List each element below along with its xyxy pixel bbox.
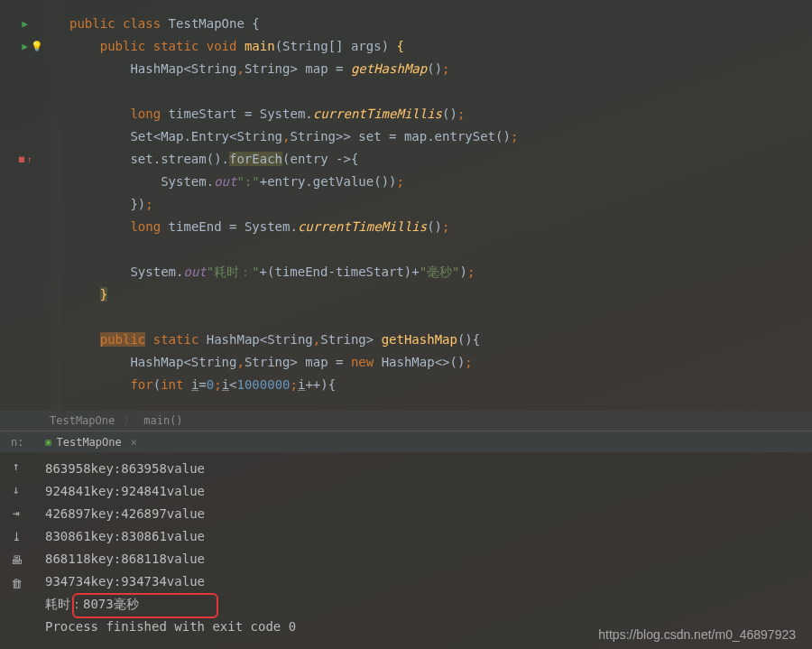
- console-line: 830861key:830861value: [45, 525, 812, 548]
- code-text: ): [459, 264, 466, 279]
- console-line: 934734key:934734value: [45, 570, 812, 593]
- field: out: [183, 264, 206, 279]
- semicolon: ;: [145, 197, 152, 211]
- parens: (): [427, 61, 442, 76]
- code-text: String> map =: [245, 61, 351, 76]
- console-line: 耗时：8073毫秒: [45, 593, 812, 616]
- keyword: public: [100, 332, 146, 347]
- code-text: HashMap<String: [207, 332, 313, 347]
- field: out: [214, 174, 236, 189]
- code-text: ++){: [305, 377, 336, 392]
- print-icon[interactable]: 🖶: [0, 550, 32, 570]
- code-text: (entry ->{: [282, 152, 358, 166]
- down-icon[interactable]: ↓: [0, 479, 32, 499]
- comma: ,: [236, 61, 244, 76]
- console-line: 426897key:426897value: [45, 503, 812, 525]
- semicolon: ;: [442, 61, 449, 76]
- scroll-icon[interactable]: ⤓: [0, 526, 32, 546]
- keyword: void: [207, 39, 245, 53]
- code-text: +(timeEnd-timeStart)+: [260, 264, 420, 279]
- string: "耗时：": [207, 264, 260, 279]
- watermark: https://blog.csdn.net/m0_46897923: [598, 627, 796, 642]
- breadcrumb-item[interactable]: TestMapOne: [50, 414, 115, 427]
- space: [145, 332, 152, 347]
- comma: ,: [313, 332, 320, 347]
- run-icon[interactable]: ▶: [0, 13, 50, 35]
- run-config-icon: ▣: [45, 437, 51, 447]
- code-text: set.stream().: [130, 152, 229, 166]
- semicolon: ;: [291, 377, 298, 392]
- params: (String[] args): [275, 39, 397, 53]
- keyword: long: [130, 107, 168, 121]
- gutter: ▶ ▶ 💡 ⏹↑: [0, 0, 50, 411]
- keyword: public: [69, 16, 123, 31]
- code-text: +entry.getValue()): [260, 174, 397, 189]
- run-label: n:: [11, 436, 23, 449]
- console-line: 863958key:863958value: [45, 458, 812, 480]
- parens: (): [427, 219, 442, 234]
- keyword: class: [123, 16, 169, 31]
- code-text: HashMap<String: [130, 61, 236, 76]
- lt: <: [229, 377, 236, 392]
- brace: {: [252, 16, 259, 31]
- breadcrumb[interactable]: TestMapOne 〉 main(): [0, 411, 812, 431]
- keyword: for: [130, 377, 152, 392]
- code-text: (){: [457, 332, 480, 347]
- brace: }: [100, 287, 107, 301]
- string: ":": [236, 174, 259, 189]
- code-text: System.: [130, 264, 183, 279]
- code-text: HashMap<>(): [382, 355, 466, 369]
- var: i: [222, 377, 229, 392]
- keyword: long: [130, 219, 168, 234]
- keyword: public: [100, 39, 153, 53]
- parens: (): [442, 107, 457, 121]
- wrap-icon[interactable]: ⇥: [0, 503, 32, 523]
- brace: {: [396, 39, 403, 53]
- method-call: currentTimeMillis: [298, 219, 427, 234]
- method-name: main: [245, 39, 275, 53]
- run-tab-bar: n: ▣ TestMapOne ×: [0, 431, 812, 452]
- string: "毫秒": [420, 264, 460, 279]
- trash-icon[interactable]: 🗑: [0, 573, 32, 593]
- code-text: String>: [320, 332, 381, 347]
- paren: (: [153, 377, 161, 392]
- method-call: getHashMap: [351, 61, 427, 76]
- code-editor[interactable]: ▶ ▶ 💡 ⏹↑ public class TestMapOne { publi…: [0, 0, 812, 411]
- code-text: timeEnd = System.: [169, 219, 298, 234]
- fold-bar[interactable]: [50, 0, 62, 411]
- code-text: }): [130, 197, 145, 211]
- highlighted-method: forEach: [229, 152, 282, 166]
- breadcrumb-item[interactable]: main(): [143, 414, 182, 427]
- semicolon: ;: [396, 174, 403, 189]
- semicolon: ;: [465, 355, 472, 369]
- eq: =: [198, 377, 206, 392]
- run-tab[interactable]: TestMapOne: [56, 436, 121, 449]
- console-line: 924841key:924841value: [45, 480, 812, 503]
- code-text: String> map =: [245, 355, 351, 369]
- semicolon: ;: [442, 219, 449, 234]
- console-line: 868118key:868118value: [45, 548, 812, 570]
- console-toolbar: ↑ ↓ ⇥ ⤓ 🖶 🗑: [0, 452, 32, 649]
- code-text: String>> set = map.entrySet(): [290, 129, 510, 144]
- method-call: currentTimeMillis: [313, 107, 442, 121]
- chevron-right-icon: 〉: [124, 413, 134, 429]
- comma: ,: [236, 355, 244, 369]
- code-text: System.: [161, 174, 214, 189]
- bulb-icon[interactable]: 💡: [23, 35, 50, 58]
- keyword: static: [153, 332, 207, 347]
- override-icon[interactable]: ⏹↑: [0, 148, 50, 171]
- up-icon[interactable]: ↑: [0, 456, 32, 476]
- keyword: int: [161, 377, 191, 392]
- semicolon: ;: [511, 129, 518, 144]
- console-output[interactable]: 863958key:863958value 924841key:924841va…: [32, 452, 812, 649]
- semicolon: ;: [457, 107, 465, 121]
- code-text: Set<Map.Entry<String: [130, 129, 282, 144]
- code-text: timeStart = System.: [169, 107, 313, 121]
- close-icon[interactable]: ×: [131, 436, 137, 449]
- number: 0: [207, 377, 214, 392]
- code-content[interactable]: public class TestMapOne { public static …: [62, 0, 812, 411]
- semicolon: ;: [467, 264, 475, 279]
- number: 1000000: [237, 377, 291, 392]
- class-name: TestMapOne: [169, 16, 253, 31]
- code-text: HashMap<String: [130, 355, 236, 369]
